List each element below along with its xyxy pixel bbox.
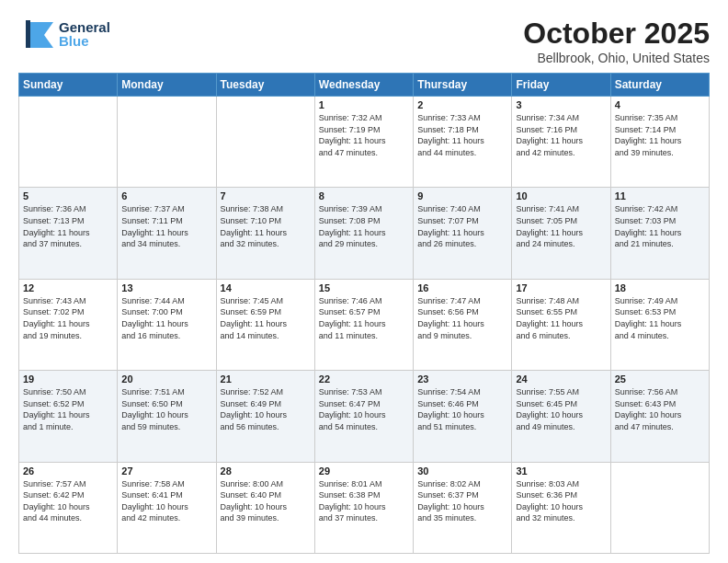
logo: General Blue bbox=[18, 17, 110, 52]
day-number: 13 bbox=[121, 282, 211, 293]
day-info: Sunrise: 7:57 AM Sunset: 6:42 PM Dayligh… bbox=[23, 478, 113, 524]
day-info: Sunrise: 7:47 AM Sunset: 6:56 PM Dayligh… bbox=[417, 295, 507, 341]
title-section: October 2025 Bellbrook, Ohio, United Sta… bbox=[523, 17, 710, 65]
day-number: 6 bbox=[121, 190, 211, 201]
day-number: 5 bbox=[23, 190, 113, 201]
svg-rect-1 bbox=[26, 20, 30, 48]
day-info: Sunrise: 7:52 AM Sunset: 6:49 PM Dayligh… bbox=[221, 386, 311, 432]
svg-marker-0 bbox=[29, 22, 53, 48]
logo-icon bbox=[18, 17, 55, 52]
calendar-week-row: 12Sunrise: 7:43 AM Sunset: 7:02 PM Dayli… bbox=[19, 279, 710, 370]
day-info: Sunrise: 7:53 AM Sunset: 6:47 PM Dayligh… bbox=[319, 386, 409, 432]
day-number: 19 bbox=[23, 373, 113, 385]
table-row: 17Sunrise: 7:48 AM Sunset: 6:55 PM Dayli… bbox=[512, 279, 610, 370]
day-info: Sunrise: 7:34 AM Sunset: 7:16 PM Dayligh… bbox=[516, 112, 606, 158]
table-row: 30Sunrise: 8:02 AM Sunset: 6:37 PM Dayli… bbox=[414, 462, 512, 553]
logo-general-text: General bbox=[59, 20, 110, 34]
day-number: 3 bbox=[516, 99, 606, 110]
day-number: 15 bbox=[319, 282, 409, 293]
table-row: 12Sunrise: 7:43 AM Sunset: 7:02 PM Dayli… bbox=[19, 279, 118, 370]
header-sunday: Sunday bbox=[19, 74, 118, 97]
day-number: 25 bbox=[615, 373, 705, 385]
calendar-table: Sunday Monday Tuesday Wednesday Thursday… bbox=[18, 73, 710, 554]
day-info: Sunrise: 7:45 AM Sunset: 6:59 PM Dayligh… bbox=[221, 295, 311, 341]
day-number: 11 bbox=[615, 190, 705, 201]
logo-text: General Blue bbox=[59, 20, 110, 48]
table-row: 19Sunrise: 7:50 AM Sunset: 6:52 PM Dayli… bbox=[19, 371, 118, 462]
day-number: 27 bbox=[121, 465, 211, 477]
header-monday: Monday bbox=[118, 74, 216, 97]
month-title: October 2025 bbox=[523, 17, 710, 51]
table-row: 9Sunrise: 7:40 AM Sunset: 7:07 PM Daylig… bbox=[414, 188, 512, 279]
header-tuesday: Tuesday bbox=[216, 74, 314, 97]
day-info: Sunrise: 7:55 AM Sunset: 6:45 PM Dayligh… bbox=[516, 386, 606, 432]
day-info: Sunrise: 7:51 AM Sunset: 6:50 PM Dayligh… bbox=[121, 386, 211, 432]
day-info: Sunrise: 7:49 AM Sunset: 6:53 PM Dayligh… bbox=[615, 295, 705, 341]
day-number: 16 bbox=[417, 282, 507, 293]
table-row: 5Sunrise: 7:36 AM Sunset: 7:13 PM Daylig… bbox=[19, 188, 118, 279]
table-row: 14Sunrise: 7:45 AM Sunset: 6:59 PM Dayli… bbox=[216, 279, 314, 370]
table-row bbox=[118, 97, 216, 188]
day-info: Sunrise: 7:41 AM Sunset: 7:05 PM Dayligh… bbox=[516, 203, 606, 249]
table-row: 11Sunrise: 7:42 AM Sunset: 7:03 PM Dayli… bbox=[610, 188, 709, 279]
table-row: 13Sunrise: 7:44 AM Sunset: 7:00 PM Dayli… bbox=[118, 279, 216, 370]
calendar-week-row: 19Sunrise: 7:50 AM Sunset: 6:52 PM Dayli… bbox=[19, 371, 710, 462]
table-row: 6Sunrise: 7:37 AM Sunset: 7:11 PM Daylig… bbox=[118, 188, 216, 279]
calendar-week-row: 26Sunrise: 7:57 AM Sunset: 6:42 PM Dayli… bbox=[19, 462, 710, 553]
day-info: Sunrise: 7:44 AM Sunset: 7:00 PM Dayligh… bbox=[121, 295, 211, 341]
day-info: Sunrise: 7:50 AM Sunset: 6:52 PM Dayligh… bbox=[23, 386, 113, 432]
table-row: 21Sunrise: 7:52 AM Sunset: 6:49 PM Dayli… bbox=[216, 371, 314, 462]
day-number: 20 bbox=[121, 373, 211, 385]
day-number: 30 bbox=[417, 465, 507, 477]
day-info: Sunrise: 7:32 AM Sunset: 7:19 PM Dayligh… bbox=[319, 112, 409, 158]
table-row: 26Sunrise: 7:57 AM Sunset: 6:42 PM Dayli… bbox=[19, 462, 118, 553]
day-info: Sunrise: 7:37 AM Sunset: 7:11 PM Dayligh… bbox=[121, 203, 211, 249]
table-row: 31Sunrise: 8:03 AM Sunset: 6:36 PM Dayli… bbox=[512, 462, 610, 553]
day-info: Sunrise: 7:48 AM Sunset: 6:55 PM Dayligh… bbox=[516, 295, 606, 341]
day-info: Sunrise: 7:42 AM Sunset: 7:03 PM Dayligh… bbox=[615, 203, 705, 249]
table-row: 29Sunrise: 8:01 AM Sunset: 6:38 PM Dayli… bbox=[314, 462, 413, 553]
day-number: 10 bbox=[516, 190, 606, 201]
day-info: Sunrise: 7:43 AM Sunset: 7:02 PM Dayligh… bbox=[23, 295, 113, 341]
table-row: 18Sunrise: 7:49 AM Sunset: 6:53 PM Dayli… bbox=[610, 279, 709, 370]
table-row bbox=[610, 462, 709, 553]
day-number: 23 bbox=[417, 373, 507, 385]
day-number: 12 bbox=[23, 282, 113, 293]
day-number: 7 bbox=[221, 190, 311, 201]
day-info: Sunrise: 7:46 AM Sunset: 6:57 PM Dayligh… bbox=[319, 295, 409, 341]
day-number: 26 bbox=[23, 465, 113, 477]
day-number: 31 bbox=[516, 465, 606, 477]
day-info: Sunrise: 7:38 AM Sunset: 7:10 PM Dayligh… bbox=[221, 203, 311, 249]
table-row: 23Sunrise: 7:54 AM Sunset: 6:46 PM Dayli… bbox=[414, 371, 512, 462]
header-wednesday: Wednesday bbox=[314, 74, 413, 97]
table-row: 7Sunrise: 7:38 AM Sunset: 7:10 PM Daylig… bbox=[216, 188, 314, 279]
location: Bellbrook, Ohio, United States bbox=[523, 51, 710, 65]
day-info: Sunrise: 8:01 AM Sunset: 6:38 PM Dayligh… bbox=[319, 478, 409, 524]
day-info: Sunrise: 8:02 AM Sunset: 6:37 PM Dayligh… bbox=[417, 478, 507, 524]
calendar-header-row: Sunday Monday Tuesday Wednesday Thursday… bbox=[19, 74, 710, 97]
table-row: 4Sunrise: 7:35 AM Sunset: 7:14 PM Daylig… bbox=[610, 97, 709, 188]
table-row bbox=[216, 97, 314, 188]
header: General Blue October 2025 Bellbrook, Ohi… bbox=[18, 17, 710, 65]
day-number: 22 bbox=[319, 373, 409, 385]
day-info: Sunrise: 8:00 AM Sunset: 6:40 PM Dayligh… bbox=[221, 478, 311, 524]
day-number: 14 bbox=[221, 282, 311, 293]
day-info: Sunrise: 7:33 AM Sunset: 7:18 PM Dayligh… bbox=[417, 112, 507, 158]
table-row: 2Sunrise: 7:33 AM Sunset: 7:18 PM Daylig… bbox=[414, 97, 512, 188]
day-number: 29 bbox=[319, 465, 409, 477]
day-number: 24 bbox=[516, 373, 606, 385]
page: General Blue October 2025 Bellbrook, Ohi… bbox=[0, 0, 728, 563]
day-info: Sunrise: 7:58 AM Sunset: 6:41 PM Dayligh… bbox=[121, 478, 211, 524]
header-friday: Friday bbox=[512, 74, 610, 97]
day-number: 28 bbox=[221, 465, 311, 477]
table-row: 15Sunrise: 7:46 AM Sunset: 6:57 PM Dayli… bbox=[314, 279, 413, 370]
table-row: 20Sunrise: 7:51 AM Sunset: 6:50 PM Dayli… bbox=[118, 371, 216, 462]
day-info: Sunrise: 7:56 AM Sunset: 6:43 PM Dayligh… bbox=[615, 386, 705, 432]
day-info: Sunrise: 8:03 AM Sunset: 6:36 PM Dayligh… bbox=[516, 478, 606, 524]
day-info: Sunrise: 7:39 AM Sunset: 7:08 PM Dayligh… bbox=[319, 203, 409, 249]
day-info: Sunrise: 7:36 AM Sunset: 7:13 PM Dayligh… bbox=[23, 203, 113, 249]
table-row: 8Sunrise: 7:39 AM Sunset: 7:08 PM Daylig… bbox=[314, 188, 413, 279]
header-saturday: Saturday bbox=[610, 74, 709, 97]
day-number: 18 bbox=[615, 282, 705, 293]
table-row: 10Sunrise: 7:41 AM Sunset: 7:05 PM Dayli… bbox=[512, 188, 610, 279]
